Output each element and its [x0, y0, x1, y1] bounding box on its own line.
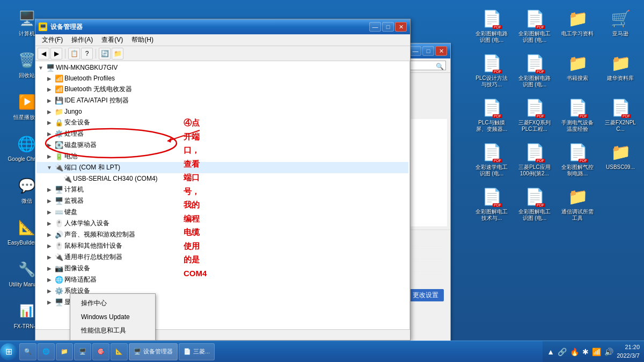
tree-bluetooth-profiles[interactable]: ▶ 📶 Bluetooth Profiles — [36, 73, 408, 84]
quicklaunch-icon-3[interactable]: 📁 — [56, 343, 73, 360]
change-settings-button[interactable]: 更改设置 — [407, 289, 444, 301]
ide-toggle[interactable]: ▶ — [45, 97, 54, 105]
menu-file[interactable]: 文件(F) — [38, 34, 67, 46]
desktop-icon-r3[interactable]: 📁 电工学习资料 — [558, 5, 597, 46]
tree-hid[interactable]: ▶ 🖱️ 人体学输入设备 — [36, 218, 408, 229]
desktop-icon-r19[interactable]: 📁 通信调试所需工具 — [558, 183, 597, 224]
desktop-icon-r17[interactable]: 📄 PDF 全彩图解电工技术与... — [472, 183, 511, 224]
ports-toggle[interactable]: ▼ — [45, 164, 54, 172]
device-tree[interactable]: ▼ 🖥️ WIN-MKNGBKU7GIV ▶ 📶 Bluetooth Profi… — [35, 61, 410, 329]
tray-network-icon[interactable]: 🔗 — [558, 348, 567, 356]
help-button[interactable]: ? — [81, 48, 93, 60]
menu-help[interactable]: 帮助(H) — [127, 34, 158, 46]
hid-toggle[interactable]: ▶ — [45, 219, 54, 228]
sysdev-toggle[interactable]: ▶ — [45, 287, 54, 295]
desktop-icon-r16[interactable]: 📁 USBSC09... — [601, 139, 640, 179]
context-menu-item-2[interactable]: Windows Update — [70, 311, 155, 323]
computer-toggle[interactable]: ▶ — [45, 186, 54, 194]
scan-button[interactable]: 🔄 — [99, 48, 111, 60]
sysinfo-minimize-button[interactable]: — — [409, 46, 421, 56]
driver-button[interactable]: 📁 — [112, 48, 123, 60]
taskbar-devmgr-button[interactable]: 🖥️ 设备管理器 — [129, 343, 178, 360]
desktop-icon-r11[interactable]: 📄 PDF 手测电气设备温度经验 — [558, 94, 597, 135]
imaging-toggle[interactable]: ▶ — [45, 264, 54, 273]
quicklaunch-icon-6[interactable]: 📐 — [111, 343, 128, 360]
tree-ide[interactable]: ▶ 💾 IDE ATA/ATAPI 控制器 — [36, 95, 408, 106]
desktop-icon-r14[interactable]: 📄 PDF 三菱PLC应用100例(第2... — [515, 139, 554, 179]
desktop-icon-r9[interactable]: 📄 PDF PLC与触摸屏、变频器... — [472, 94, 511, 135]
menu-action[interactable]: 操作(A) — [67, 34, 97, 46]
tree-usb[interactable]: ▶ 🔌 通用串行总线控制器 — [36, 252, 408, 263]
tree-root[interactable]: ▼ 🖥️ WIN-MKNGBKU7GIV — [36, 62, 408, 73]
jungo-toggle[interactable]: ▶ — [45, 107, 54, 116]
mouse-toggle[interactable]: ▶ — [45, 242, 54, 250]
close-button[interactable]: ✕ — [395, 22, 407, 32]
bt-wireless-toggle[interactable]: ▶ — [45, 85, 54, 94]
quicklaunch-icon-5[interactable]: 🎯 — [92, 343, 109, 360]
tray-bluetooth-icon[interactable]: ✱ — [582, 348, 589, 356]
quicklaunch-icon-4[interactable]: 🖥️ — [74, 343, 91, 360]
context-menu-item-1[interactable]: 操作中心 — [70, 296, 155, 311]
folder-icon-4: 📁 — [610, 141, 631, 162]
sound-icon: 🔊 — [55, 231, 63, 239]
display-toggle[interactable]: ▶ — [45, 298, 54, 307]
desktop-icon-r18[interactable]: 📄 PDF 全彩图解电工识图 (电... — [515, 183, 554, 224]
tree-bluetooth-wireless[interactable]: ▶ 📶 Bluetooth 无线电收发器 — [36, 84, 408, 95]
keyboard-toggle[interactable]: ▶ — [45, 208, 54, 217]
tree-network[interactable]: ▶ 🌐 网络适配器 — [36, 274, 408, 285]
quicklaunch-icon-2[interactable]: 🌐 — [38, 343, 55, 360]
desktop-icon-r12[interactable]: 📄 PDF 三菱FX2NPLC... — [601, 94, 640, 135]
desktop-icon-r5[interactable]: 📄 PDF PLC设计方法与技巧... — [472, 50, 511, 90]
tree-jungo[interactable]: ▶ 📁 Jungo — [36, 106, 408, 117]
tree-imaging[interactable]: ▶ 📷 图像设备 — [36, 263, 408, 274]
desktop-icon-r1[interactable]: 📄 PDF 全彩图解电路识图 (电... — [472, 5, 511, 46]
forward-button[interactable]: ▶ — [50, 48, 62, 60]
network-icon: 🌐 — [55, 276, 63, 284]
tree-sound[interactable]: ▶ 🔊 声音、视频和游戏控制器 — [36, 229, 408, 240]
comp-icon: 🖥️ — [55, 186, 63, 194]
minimize-button[interactable]: — — [369, 22, 381, 32]
tray-clock[interactable]: 21:20 2022/3/7 — [617, 343, 640, 360]
easybuilder-icon: 📐 — [16, 217, 38, 238]
desktop-icon-r10[interactable]: 📄 PDF 三菱FXQ系列PLC工程... — [515, 94, 554, 135]
context-menu-item-3[interactable]: 性能信息和工具 — [70, 323, 155, 338]
maximize-button[interactable]: □ — [382, 22, 394, 32]
tree-computer[interactable]: ▶ 🖥️ 计算机 — [36, 184, 408, 195]
toolbar-separator-2 — [96, 49, 96, 58]
tree-mouse[interactable]: ▶ 🖱️ 鼠标和其他指针设备 — [36, 240, 408, 252]
tree-monitor[interactable]: ▶ 🖥️ 监视器 — [36, 195, 408, 206]
desktop-icon-r15[interactable]: 📄 PDF 全彩图解气控制电路... — [558, 139, 597, 179]
clock-time: 21:20 — [617, 343, 640, 351]
pdf-icon-2: 📄 PDF — [524, 8, 545, 29]
security-toggle[interactable]: ▶ — [45, 119, 54, 127]
taskbar-mitsubishi-button[interactable]: 📄 三菱... — [179, 343, 215, 360]
menu-view[interactable]: 查看(V) — [97, 34, 127, 46]
desktop-icon-r2[interactable]: 📄 PDF 全彩图解电工识图 (电... — [515, 5, 554, 46]
back-button[interactable]: ◀ — [38, 48, 49, 60]
tray-volume-icon[interactable]: 🔊 — [604, 348, 613, 356]
desktop-icon-r7[interactable]: 📁 书籍搜索 — [558, 50, 597, 90]
tray-show-desktop[interactable]: ▲ — [547, 348, 554, 356]
tree-keyboard[interactable]: ▶ ⌨️ 键盘 — [36, 206, 408, 218]
bt-profiles-toggle[interactable]: ▶ — [45, 74, 54, 83]
desktop-icon-r6[interactable]: 📄 PDF 全彩图解电路识图 (电... — [515, 50, 554, 90]
desktop-icon-r13[interactable]: 📄 PDF 全彩速学电工识图 (电... — [472, 139, 511, 179]
folder-icon-2: 📁 — [567, 52, 588, 73]
quicklaunch-icon-1[interactable]: 🔍 — [19, 343, 36, 360]
root-toggle[interactable]: ▼ — [36, 63, 45, 72]
tray-battery-icon[interactable]: 🔥 — [570, 348, 579, 356]
desktop-icon-r8[interactable]: 📁 建华资料库 — [601, 50, 640, 90]
tray-signal-icon[interactable]: 📶 — [592, 348, 601, 356]
taskbar-items: 🔍 🌐 📁 🖥️ 🎯 📐 🖥️ 设备管理器 📄 三菱... — [17, 343, 543, 360]
properties-button[interactable]: 📋 — [68, 48, 80, 60]
network-toggle[interactable]: ▶ — [45, 276, 54, 284]
start-button[interactable]: ⊞ — [0, 343, 17, 360]
sound-toggle[interactable]: ▶ — [45, 231, 54, 239]
desktop-icon-r4[interactable]: 🛒 亚马逊 — [601, 5, 640, 46]
monitor-toggle[interactable]: ▶ — [45, 197, 54, 205]
usb-toggle[interactable]: ▶ — [45, 253, 54, 262]
sysinfo-maximize-button[interactable]: □ — [422, 46, 434, 56]
tree-usb-serial[interactable]: 🔌 USB-SERIAL CH340 (COM4) — [36, 173, 408, 184]
keyboard-label: 键盘 — [64, 208, 77, 217]
sysinfo-close-button[interactable]: ✕ — [435, 46, 447, 56]
